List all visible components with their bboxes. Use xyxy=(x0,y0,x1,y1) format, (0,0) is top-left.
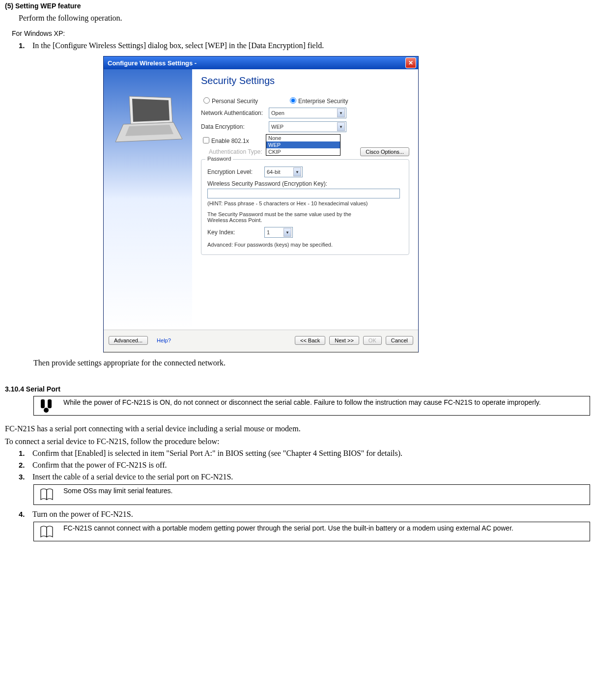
laptop-illustration xyxy=(114,94,183,143)
chevron-down-icon: ▼ xyxy=(293,168,301,176)
step-number: 1. xyxy=(19,41,32,50)
label-network-authentication: Network Authentication: xyxy=(201,110,266,116)
step-text: Confirm that the power of FC-N21S is off… xyxy=(32,461,590,470)
chevron-down-icon: ▼ xyxy=(337,109,345,117)
select-key-index[interactable]: 1 ▼ xyxy=(264,227,293,238)
label-encryption-level: Encryption Level: xyxy=(207,168,261,175)
select-network-authentication[interactable]: Open ▼ xyxy=(269,108,346,118)
select-value-dataenc: WEP xyxy=(271,124,283,130)
book-icon xyxy=(34,522,60,541)
step-number: 2. xyxy=(19,461,32,469)
dropdown-option-wep[interactable]: WEP xyxy=(266,141,340,148)
input-encryption-key[interactable] xyxy=(207,189,400,198)
window-title: Configure Wireless Settings - xyxy=(108,59,197,67)
label-enable-8021x-wrap: Enable 802.1x xyxy=(201,135,266,144)
note-box-os-limit: Some OSs may limit serial features. xyxy=(33,484,590,505)
label-authentication-type: Authentication Type: xyxy=(201,148,274,155)
dialog-side-panel xyxy=(104,69,192,330)
step-number: 1. xyxy=(19,449,32,457)
step-text: Turn on the power of FC-N21S. xyxy=(32,510,590,519)
radio-label-personal: Personal Security xyxy=(212,98,258,105)
section-heading-serial-port: 3.10.4 Serial Port xyxy=(5,385,590,393)
button-ok: OK xyxy=(363,336,382,345)
fieldset-legend-password: Password xyxy=(205,156,233,162)
select-value-keyindex: 1 xyxy=(267,229,270,235)
svg-rect-4 xyxy=(41,399,45,408)
label-data-encryption: Data Encryption: xyxy=(201,123,266,130)
chevron-down-icon: ▼ xyxy=(283,228,291,237)
select-encryption-level[interactable]: 64-bit ▼ xyxy=(264,167,303,177)
svg-point-6 xyxy=(44,408,49,413)
radio-label-enterprise: Enterprise Security xyxy=(298,98,348,105)
step-text: In the [Configure Wireless Settings] dia… xyxy=(32,41,590,50)
select-value-enclevel: 64-bit xyxy=(267,169,281,175)
window-titlebar[interactable]: Configure Wireless Settings - ✕ xyxy=(104,56,418,69)
dropdown-option-none[interactable]: None xyxy=(266,135,340,141)
button-advanced[interactable]: Advanced... xyxy=(109,336,148,345)
panel-title: Security Settings xyxy=(201,75,409,86)
note-text: FC-N21S cannot connect with a portable m… xyxy=(60,522,590,534)
link-help[interactable]: Help? xyxy=(157,337,171,343)
fieldset-password: Password Encryption Level: 64-bit ▼ Wire… xyxy=(201,159,409,255)
section-heading-wep: (5) Setting WEP feature xyxy=(5,2,590,10)
checkbox-enable-8021x[interactable]: Enable 802.1x xyxy=(201,138,249,144)
svg-marker-3 xyxy=(125,125,173,136)
button-back[interactable]: << Back xyxy=(295,336,325,345)
warning-icon xyxy=(34,396,60,415)
step-number: 3. xyxy=(19,473,32,481)
security-password-note: The Security Password must be the same v… xyxy=(207,211,369,223)
close-icon: ✕ xyxy=(408,59,413,66)
radio-personal-security[interactable]: Personal Security xyxy=(201,95,258,105)
step-text: Confirm that [Enabled] is selected in it… xyxy=(32,449,590,458)
label-key-index: Key Index: xyxy=(207,229,261,236)
para-procedure-intro: To connect a serial device to FC-N21S, f… xyxy=(5,437,590,446)
note-box-modem-power: FC-N21S cannot connect with a portable m… xyxy=(33,522,590,541)
dialog-button-bar: Advanced... Help? << Back Next >> OK Can… xyxy=(104,330,418,352)
button-cisco-options[interactable]: Cisco Options... xyxy=(360,147,409,156)
advanced-note: Advanced: Four passwords (keys) may be s… xyxy=(207,242,403,248)
label-wireless-password: Wireless Security Password (Encryption K… xyxy=(207,180,403,187)
dropdown-option-ckip[interactable]: CKIP xyxy=(266,148,340,155)
hint-text: (HINT: Pass phrase - 5 characters or Hex… xyxy=(207,200,403,206)
step1-followup: Then provide settings appropriate for th… xyxy=(33,359,590,367)
note-text: Some OSs may limit serial features. xyxy=(60,485,590,504)
checkbox-input-8021x[interactable] xyxy=(203,137,209,143)
dialog-configure-wireless-settings: Configure Wireless Settings - ✕ Security… xyxy=(103,56,419,353)
button-cancel[interactable]: Cancel xyxy=(386,336,413,345)
para-serial-desc: FC-N21S has a serial port connecting wit… xyxy=(5,424,590,433)
radio-enterprise-security[interactable]: Enterprise Security xyxy=(287,95,348,105)
dropdown-list-data-encryption[interactable]: None WEP CKIP xyxy=(266,134,340,156)
chevron-down-icon: ▼ xyxy=(337,122,345,131)
checkbox-label-8021x: Enable 802.1x xyxy=(211,138,249,144)
button-next[interactable]: Next >> xyxy=(329,336,359,345)
radio-input-enterprise[interactable] xyxy=(290,97,296,104)
radio-input-personal[interactable] xyxy=(203,97,210,104)
book-icon xyxy=(34,485,60,504)
close-button[interactable]: ✕ xyxy=(405,57,416,68)
step-text: Insert the cable of a serial device to t… xyxy=(32,473,590,481)
subheading-winxp: For Windows XP: xyxy=(12,29,590,37)
warning-box-power: While the power of FC-N21S is ON, do not… xyxy=(33,396,590,416)
warning-text: While the power of FC-N21S is ON, do not… xyxy=(60,396,590,408)
select-value-netauth: Open xyxy=(271,110,284,116)
select-data-encryption[interactable]: WEP ▼ xyxy=(269,121,346,132)
step-number: 4. xyxy=(19,510,32,518)
svg-marker-1 xyxy=(132,99,170,122)
svg-rect-5 xyxy=(48,399,52,408)
intro-text: Perform the following operation. xyxy=(19,14,590,23)
